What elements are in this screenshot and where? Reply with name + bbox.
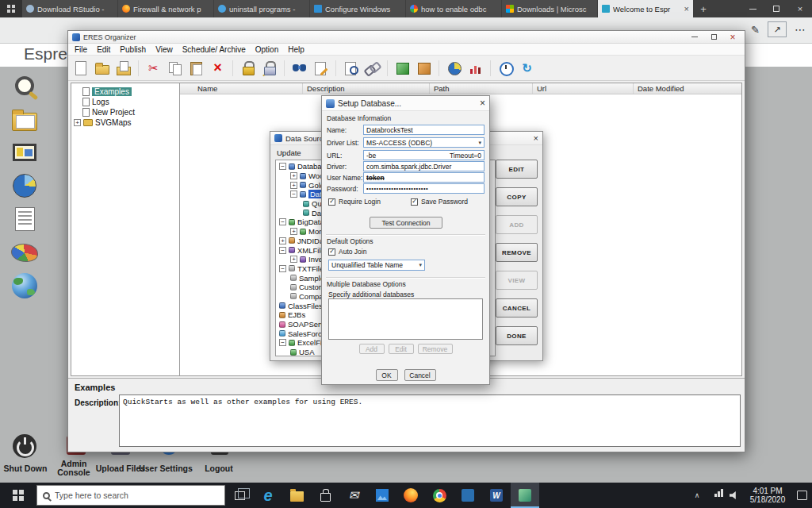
link-icon[interactable] (364, 60, 381, 76)
menu-option[interactable]: Option (251, 45, 283, 54)
menu-help[interactable]: Help (283, 45, 309, 54)
taskbar-mail-button[interactable] (339, 483, 368, 508)
volume-icon[interactable] (725, 483, 744, 508)
collapse-icon[interactable] (279, 339, 286, 346)
add-button[interactable]: ADD (496, 215, 538, 234)
browser-tab-uninstall[interactable]: uninstall programs - (214, 0, 309, 17)
tab-close-icon[interactable] (684, 5, 689, 13)
setup-title-bar[interactable]: Setup Database... (322, 96, 489, 111)
user-name-input[interactable]: token (363, 172, 485, 183)
browser-maximize-button[interactable] (764, 0, 788, 17)
security-key-icon[interactable] (261, 60, 278, 76)
taskbar-clock[interactable]: 4:01 PM 5/18/2020 (744, 483, 791, 508)
tree-item-examples[interactable]: Examples (71, 87, 179, 97)
taskbar-explorer-button[interactable] (282, 483, 311, 508)
tree-item-logs[interactable]: Logs (71, 97, 179, 107)
auto-join-checkbox[interactable]: Auto Join (328, 248, 366, 256)
new-document-icon[interactable] (72, 60, 89, 76)
edit-button[interactable]: EDIT (496, 160, 538, 179)
search-binoculars-icon[interactable] (291, 60, 308, 76)
shutdown-icon[interactable] (13, 434, 36, 458)
shutdown-label[interactable]: Shut Down (2, 464, 49, 473)
taskbar-firefox-button[interactable] (396, 483, 425, 508)
notification-center-icon[interactable] (791, 483, 812, 508)
remove-button[interactable]: REMOVE (496, 243, 538, 262)
user-settings-label[interactable]: User Settings (135, 464, 197, 473)
copy-button[interactable]: COPY (496, 187, 538, 206)
paste-icon[interactable] (188, 60, 205, 76)
new-tab-button[interactable] (694, 0, 713, 17)
collapse-icon[interactable] (290, 190, 297, 198)
expand-icon[interactable] (290, 172, 297, 179)
data-source-close-button[interactable] (534, 133, 538, 143)
menu-view[interactable]: View (151, 45, 178, 54)
copy-icon[interactable] (167, 60, 183, 76)
menu-publish[interactable]: Publish (115, 45, 151, 54)
more-options-icon[interactable] (795, 23, 806, 36)
test-connection-button[interactable]: Test Connection (370, 217, 442, 229)
expand-icon[interactable] (290, 256, 297, 263)
taskbar-word-button[interactable] (482, 483, 511, 508)
description-textarea[interactable]: QuickStarts as well as other examples fo… (119, 394, 741, 447)
column-header-name[interactable]: Name (180, 83, 303, 94)
network-icon[interactable] (706, 483, 725, 508)
map-tool-button[interactable] (10, 238, 40, 267)
eres-minimize-button[interactable] (687, 33, 703, 42)
collapse-icon[interactable] (279, 218, 286, 225)
table-name-select[interactable]: Unqualified Table Name (328, 260, 425, 271)
globe-tool-button[interactable] (10, 271, 40, 300)
cancel-button[interactable]: Cancel (404, 369, 436, 381)
chart-tool-button[interactable] (10, 171, 40, 200)
eres-title-bar[interactable]: ERES Organizer (68, 31, 745, 44)
tree-item-svgmaps[interactable]: SVGMaps (71, 117, 179, 128)
column-header-url[interactable]: Url (533, 83, 634, 94)
column-header-description[interactable]: Description (303, 83, 430, 94)
taskbar-search-box[interactable] (36, 485, 225, 506)
view-button[interactable]: VIEW (496, 271, 538, 290)
files-tool-button[interactable] (10, 105, 40, 133)
web-note-pen-icon[interactable] (751, 24, 760, 36)
browser-tab-rstudio[interactable]: Download RStudio - (22, 0, 117, 17)
search-input[interactable] (55, 491, 219, 500)
menu-schedule-archive[interactable]: Schedule/ Archive (178, 45, 251, 54)
collapse-icon[interactable] (279, 163, 286, 170)
open-folder-icon[interactable] (94, 60, 110, 76)
password-input[interactable]: ••••••••••••••••••••••••• (363, 183, 485, 194)
taskbar-edge-button[interactable] (254, 483, 282, 508)
taskbar-chrome-button[interactable] (425, 483, 454, 508)
expand-icon[interactable] (290, 228, 297, 235)
menu-edit[interactable]: Edit (92, 45, 115, 54)
package-orange-icon[interactable] (416, 60, 432, 76)
taskbar-photos-button[interactable] (368, 483, 396, 508)
done-button[interactable]: DONE (496, 326, 538, 345)
ok-button[interactable]: OK (376, 369, 398, 381)
eres-maximize-button[interactable] (706, 33, 722, 42)
taskbar-app-button[interactable] (454, 483, 482, 508)
logout-label[interactable]: Logout (200, 464, 238, 473)
menu-file[interactable]: File (70, 45, 92, 54)
url-input[interactable]: -beTimeout=0 (363, 150, 485, 160)
browser-close-button[interactable] (788, 0, 812, 17)
name-input[interactable]: DatabrocksTest (363, 125, 485, 135)
expand-icon[interactable] (74, 119, 81, 126)
taskbar-active-app-button[interactable] (511, 483, 539, 508)
cancel-button[interactable]: CANCEL (496, 298, 538, 318)
collapse-icon[interactable] (279, 247, 286, 254)
tree-item-new-project[interactable]: New Project (71, 107, 179, 117)
additional-databases-listbox[interactable] (328, 298, 483, 340)
browser-minimize-button[interactable] (741, 0, 764, 17)
browser-tab-firewall[interactable]: Firewall & network p (118, 0, 213, 17)
browser-tab-downloads[interactable]: Downloads | Microsc (502, 0, 597, 17)
add-database-button[interactable]: Add (359, 344, 385, 354)
refresh-icon[interactable] (519, 60, 535, 76)
driver-list-select[interactable]: MS-ACCESS (ODBC) (363, 137, 485, 148)
expand-icon[interactable] (290, 182, 297, 189)
browser-tab-active-espresso[interactable]: Welcome to Espr (598, 0, 693, 17)
share-icon[interactable] (768, 21, 787, 37)
eres-close-button[interactable] (725, 33, 741, 42)
browser-tab-odbc[interactable]: how to enable odbc (406, 0, 501, 17)
browser-tab-configure[interactable]: Configure Windows (310, 0, 405, 17)
tab-preview-button[interactable] (0, 0, 22, 17)
report-tool-button[interactable] (10, 205, 40, 233)
require-login-checkbox[interactable]: Require Login (328, 198, 381, 206)
